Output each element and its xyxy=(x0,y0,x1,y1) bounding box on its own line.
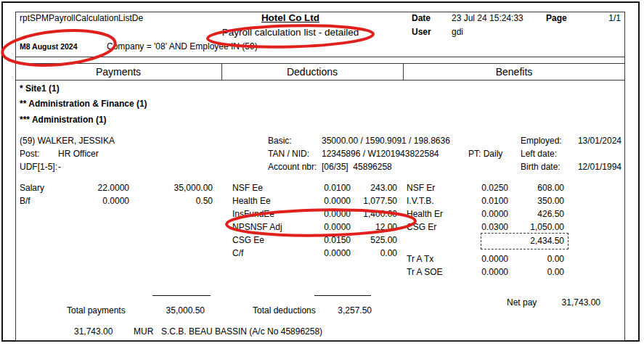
deduction-rate: 0.0000 xyxy=(324,222,351,232)
birth-date-value: 12/01/1994 xyxy=(549,162,621,172)
date-value: 23 Jul 24 15:24:33 xyxy=(452,13,523,23)
benefit-row: I.V.T.B. 0.0100 350.00 xyxy=(407,196,564,209)
column-header-payments: Payments xyxy=(15,66,221,78)
udf-label: UDF[1-5]: xyxy=(20,162,57,172)
account-value: [06/35] 45896258 xyxy=(322,162,392,172)
footer-bank: S.C.B. BEAU BASSIN (A/c No 45896258) xyxy=(161,326,322,337)
deduction-row: NSF Ee 0.0100 243.00 xyxy=(232,183,397,196)
report-title: Payroll calculation list - detailed xyxy=(196,27,385,38)
deduction-name: Health Ee xyxy=(232,196,271,206)
payment-rate: 22.0000 xyxy=(98,183,129,193)
report-page-border xyxy=(15,12,625,341)
post-label: Post: xyxy=(20,149,39,159)
payment-amount: 0.50 xyxy=(196,196,213,206)
total-payments-label: Total payments xyxy=(67,305,126,316)
column-header-deductions: Deductions xyxy=(221,66,403,78)
deduction-name: InsFundEe xyxy=(232,209,274,219)
deduction-name: NSF Ee xyxy=(232,183,263,193)
deduction-rate: 0.0100 xyxy=(324,183,351,193)
period-label: M8 August 2024 xyxy=(20,42,78,51)
date-label: Date xyxy=(412,13,431,23)
benefit-name: Health Er xyxy=(407,209,443,219)
tan-nid-value: 12345896 / W1201943822584 xyxy=(322,149,439,159)
benefit-name: NSF Er xyxy=(407,183,435,193)
benefit-rate: 0.0000 xyxy=(481,209,508,219)
basic-label: Basic: xyxy=(268,136,292,146)
benefit-amount: 1,050.00 xyxy=(530,222,564,232)
header-bottom-rule xyxy=(15,57,625,57)
deduction-name: C/f xyxy=(232,248,243,258)
basic-value: 35000.00 / 1590.9091 / 198.8636 xyxy=(322,136,450,146)
hierarchy-department: ** Administration & Finance (1) xyxy=(20,99,147,109)
employee-name: (59) WALKER, JESSIKA xyxy=(20,136,115,146)
deduction-row: Health Ee 0.0000 1,077.50 xyxy=(232,196,397,209)
benefit-rate: 0.0000 xyxy=(481,267,508,277)
deduction-name: NPSNSF Adj xyxy=(232,222,282,232)
benefit-row: NSF Er 0.0250 608.00 xyxy=(407,183,564,196)
benefit-amount: 608.00 xyxy=(537,183,564,193)
user-value: gdi xyxy=(452,27,463,37)
udf-value: - xyxy=(58,162,61,172)
benefit-name: Tr A Tx xyxy=(407,254,433,264)
benefit-name: I.V.T.B. xyxy=(407,196,434,206)
user-label: User xyxy=(412,27,431,37)
account-label: Account nbr: xyxy=(268,162,317,172)
benefit-amount: 0.00 xyxy=(547,254,564,264)
payment-rate: 0.0000 xyxy=(102,196,129,206)
footer-amount: 31,743.00 xyxy=(74,326,113,337)
payment-name: B/f xyxy=(20,196,30,206)
net-pay-value: 31,743.00 xyxy=(528,297,600,308)
deduction-amount: 525.00 xyxy=(370,235,397,245)
deduction-row: C/f 0.0000 0.00 xyxy=(232,248,397,261)
total-payments-value: 35,000.50 xyxy=(132,305,205,316)
filter-expression: Company = '08' AND Employee IN (59) xyxy=(107,41,258,52)
benefit-rate: 0.0300 xyxy=(481,222,508,232)
benefit-rate: 0.0250 xyxy=(481,183,508,193)
benefit-row: Tr A SOE 0.0000 0.00 xyxy=(407,267,564,280)
payment-row: Salary 22.0000 35,000.00 xyxy=(20,183,213,196)
deduction-amount: 0.00 xyxy=(380,248,397,258)
payment-amount: 35,000.00 xyxy=(174,183,213,193)
deduction-amount: 12.00 xyxy=(375,222,397,232)
deduction-name: CSG Ee xyxy=(232,235,264,245)
benefit-name: CSG Er xyxy=(407,222,436,232)
payment-name: Salary xyxy=(20,183,44,193)
benefit-amount: 426.50 xyxy=(537,209,564,219)
deduction-amount: 1,077.50 xyxy=(363,196,397,206)
payroll-report-screenshot: rptSPMPayrollCalculationListDe Hotel Co … xyxy=(0,0,644,346)
payment-row: B/f 0.0000 0.50 xyxy=(20,196,213,209)
hierarchy-site: * Site1 (1) xyxy=(20,83,60,94)
page-label: Page xyxy=(546,13,567,23)
employed-value: 13/01/2024 xyxy=(549,136,621,146)
report-id: rptSPMPayrollCalculationListDe xyxy=(20,13,143,23)
deduction-row: InsFundEe 0.0000 1,400.00 xyxy=(232,209,397,222)
deduction-row-npsnsf-adj: NPSNSF Adj 0.0000 12.00 xyxy=(232,222,397,235)
total-deductions-value: 3,257.50 xyxy=(299,305,372,316)
deduction-rate: 0.0000 xyxy=(324,248,351,258)
column-header-benefits: Benefits xyxy=(403,66,625,78)
benefit-rate: 0.0100 xyxy=(481,196,508,206)
benefit-amount: 350.00 xyxy=(537,196,564,206)
deduction-row: CSG Ee 0.0150 525.00 xyxy=(232,235,397,248)
benefit-rate: 0.0000 xyxy=(481,254,508,264)
benefit-name: Tr A SOE xyxy=(407,267,443,277)
benefit-amount: 0.00 xyxy=(547,267,564,277)
footer-currency: MUR xyxy=(134,326,153,337)
benefits-subtotal-box: 2,434.50 xyxy=(481,233,568,250)
left-date-label: Left date: xyxy=(521,149,557,159)
benefit-row: Health Er 0.0000 426.50 xyxy=(407,209,564,222)
deduction-rate: 0.0150 xyxy=(324,235,351,245)
hierarchy-section: *** Administration (1) xyxy=(20,115,107,125)
deduction-amount: 243.00 xyxy=(370,183,397,193)
post-value: HR Officer xyxy=(58,149,99,159)
company-name: Hotel Co Ltd xyxy=(211,12,370,23)
total-deductions-rule xyxy=(314,295,371,296)
deduction-rate: 0.0000 xyxy=(324,196,351,206)
benefit-row: Tr A Tx 0.0000 0.00 xyxy=(407,254,564,267)
page-value: 1/1 xyxy=(581,13,621,23)
deduction-amount: 1,400.00 xyxy=(363,209,397,219)
pt-value: PT: Daily xyxy=(468,149,502,159)
tan-nid-label: TAN / NID: xyxy=(268,149,309,159)
deduction-rate: 0.0000 xyxy=(324,209,351,219)
total-payments-rule xyxy=(152,295,211,296)
